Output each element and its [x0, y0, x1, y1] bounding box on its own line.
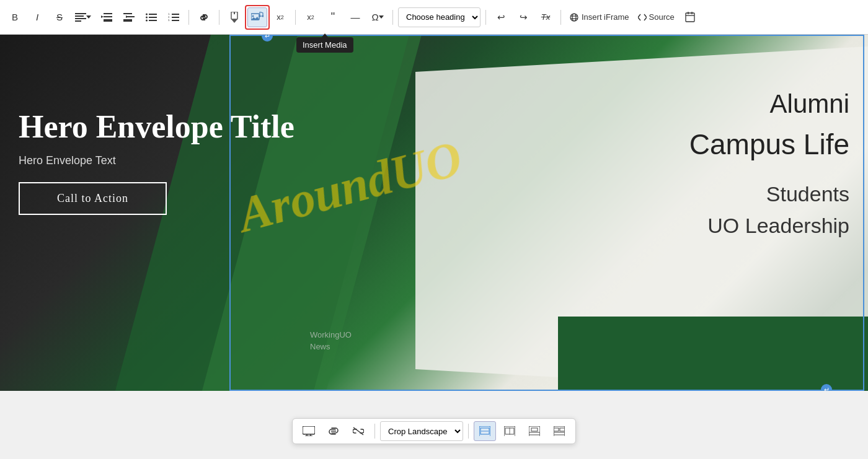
align-none-button[interactable] [548, 421, 570, 441]
svg-rect-18 [149, 17, 157, 18]
insert-iframe-button[interactable]: Insert iFrame [566, 7, 632, 27]
svg-rect-20 [149, 20, 157, 21]
superscript-button[interactable]: x2 [270, 7, 290, 27]
svg-rect-0 [75, 13, 86, 14]
svg-point-34 [262, 15, 264, 17]
svg-rect-8 [104, 19, 112, 20]
align-left-button[interactable] [474, 421, 496, 441]
green-bottom [558, 317, 868, 391]
svg-rect-30 [234, 12, 235, 14]
svg-text:3.: 3. [168, 19, 170, 22]
blockquote-button[interactable]: " [323, 7, 343, 27]
italic-button[interactable]: I [27, 7, 47, 27]
hr-button[interactable]: — [345, 7, 365, 27]
svg-point-19 [146, 19, 148, 21]
subscript-button[interactable]: x2 [301, 7, 321, 27]
svg-rect-60 [554, 428, 559, 431]
svg-rect-61 [554, 432, 565, 435]
anchor-button[interactable] [224, 7, 244, 27]
monitor-view-button[interactable] [298, 421, 320, 441]
svg-rect-44 [303, 426, 315, 434]
bold-button[interactable]: B [5, 7, 25, 27]
small-nav-working: WorkingUO [310, 330, 352, 339]
nav-students: Students [689, 178, 849, 210]
separator-5 [485, 10, 486, 25]
svg-rect-7 [104, 16, 112, 17]
nav-uo-leadership: UO Leadership [689, 210, 849, 242]
source-button[interactable]: Source [635, 7, 678, 27]
small-nav-news: News [310, 342, 352, 351]
svg-rect-5 [104, 13, 112, 14]
svg-marker-6 [101, 15, 104, 18]
image-toolbar: Crop Landscape Crop Portrait Crop Square… [292, 418, 576, 444]
svg-rect-57 [531, 428, 538, 431]
svg-rect-16 [149, 14, 157, 15]
image-link-button[interactable] [322, 421, 345, 441]
insert-media-wrapper [247, 7, 268, 28]
hero-title: Hero Envelope Title [19, 109, 294, 144]
svg-rect-58 [529, 432, 540, 435]
bt-separator-1 [374, 424, 375, 439]
nav-campus-life: Campus Life [689, 123, 849, 166]
undo-button[interactable]: ↩ [491, 7, 511, 27]
hero-text: Hero Envelope Text [19, 154, 294, 167]
svg-point-37 [572, 14, 576, 21]
separator-4 [392, 10, 393, 25]
svg-rect-14 [123, 20, 132, 22]
svg-rect-62 [560, 428, 565, 431]
separator-2 [219, 10, 219, 25]
outdent-button[interactable] [97, 7, 117, 27]
svg-rect-12 [126, 16, 135, 17]
strikethrough-button[interactable]: S [50, 7, 69, 27]
ordered-list-button[interactable]: 1.2.3. [164, 7, 184, 27]
svg-marker-29 [231, 19, 237, 23]
bt-separator-2 [468, 424, 469, 439]
svg-line-49 [353, 427, 363, 435]
image-unlink-button[interactable] [347, 421, 370, 441]
link-button[interactable] [194, 7, 214, 27]
svg-rect-26 [172, 20, 179, 21]
special-char-button[interactable]: Ω [368, 7, 388, 27]
svg-rect-40 [686, 13, 694, 22]
svg-point-17 [146, 16, 148, 18]
align-button[interactable] [72, 7, 94, 27]
svg-rect-2 [75, 18, 86, 19]
svg-rect-9 [104, 20, 112, 22]
svg-rect-27 [202, 17, 206, 18]
redo-button[interactable]: ↪ [513, 7, 533, 27]
align-right-button[interactable] [523, 421, 546, 441]
svg-point-36 [570, 14, 578, 21]
svg-rect-10 [123, 13, 132, 14]
svg-point-32 [252, 15, 254, 17]
crop-select[interactable]: Crop Landscape Crop Portrait Crop Square… [380, 421, 463, 441]
clear-format-button[interactable]: Tx [536, 7, 556, 27]
svg-rect-22 [172, 14, 179, 15]
main-content: AroundUO Alumni Campus Life Students UO … [0, 35, 868, 459]
nav-panel-items: Alumni Campus Life Students UO Leadershi… [689, 84, 849, 242]
small-nav: WorkingUO News [310, 330, 352, 354]
align-center-button[interactable] [498, 421, 521, 441]
heading-select[interactable]: Choose heading Heading 1 Heading 2 Headi… [398, 7, 480, 27]
svg-marker-35 [379, 15, 384, 19]
svg-rect-24 [172, 17, 179, 18]
nav-alumni: Alumni [689, 84, 849, 123]
separator-6 [560, 10, 561, 25]
profile-button[interactable] [680, 7, 700, 27]
cta-button[interactable]: Call to Action [19, 182, 167, 215]
separator-3 [295, 10, 296, 25]
editor-toolbar: B I S 1.2.3. [0, 0, 868, 35]
svg-rect-13 [123, 19, 132, 20]
indent-button[interactable] [119, 7, 139, 27]
svg-point-33 [259, 15, 261, 17]
svg-point-15 [146, 13, 148, 15]
svg-marker-4 [86, 15, 91, 19]
svg-rect-3 [75, 20, 81, 22]
insert-media-button[interactable] [247, 7, 267, 27]
hero-section: AroundUO Alumni Campus Life Students UO … [0, 35, 868, 391]
hero-content: Hero Envelope Title Hero Envelope Text C… [19, 109, 294, 215]
separator-1 [188, 10, 189, 25]
svg-rect-1 [75, 15, 84, 17]
bullets-button[interactable] [141, 7, 161, 27]
